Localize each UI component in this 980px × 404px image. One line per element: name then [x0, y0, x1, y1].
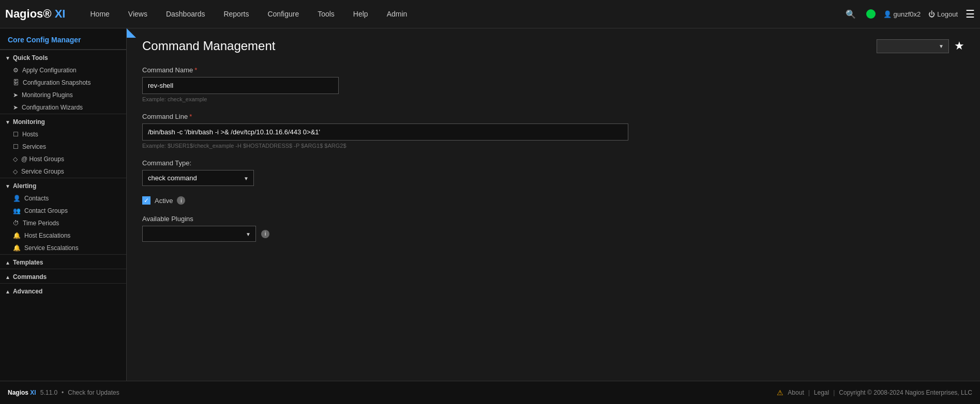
- section-arrow: ▲: [5, 260, 10, 266]
- logout-button[interactable]: ⏻ Logout: [928, 10, 958, 18]
- service-esc-icon: 🔔: [13, 244, 21, 252]
- nav-right: 🔍 👤 gunzf0x2 ⏻ Logout ☰: [843, 7, 975, 22]
- sidebar-item-label: Host Escalations: [24, 232, 70, 239]
- section-monitoring[interactable]: ▼ Monitoring: [0, 114, 126, 128]
- footer-brand: Nagios XI: [8, 389, 36, 396]
- section-label: Monitoring: [13, 118, 45, 126]
- command-type-select[interactable]: check command event handler obsessive co…: [142, 170, 254, 186]
- available-plugins-group: Available Plugins i: [142, 215, 964, 242]
- hamburger-menu[interactable]: ☰: [966, 8, 975, 20]
- nav-tools[interactable]: Tools: [308, 0, 344, 28]
- service-groups-icon: ◇: [13, 168, 18, 175]
- command-line-label: Command Line*: [142, 113, 964, 120]
- check-updates-link[interactable]: Check for Updates: [68, 389, 119, 396]
- sidebar-item-label: Service Escalations: [24, 244, 79, 252]
- legal-link[interactable]: Legal: [814, 389, 829, 396]
- command-name-input[interactable]: [142, 77, 339, 94]
- footer-version: 5.11.0: [40, 389, 57, 396]
- active-info-icon[interactable]: i: [177, 196, 185, 205]
- active-checkbox[interactable]: ✓: [142, 196, 150, 205]
- command-line-group: Command Line* Example: $USER1$/check_exa…: [142, 113, 964, 149]
- top-navigation: Nagios® XI Home Views Dashboards Reports…: [0, 0, 980, 28]
- brand-xi: XI: [55, 7, 66, 20]
- sidebar-item-label: @ Host Groups: [21, 156, 64, 163]
- sidebar-item-time-periods[interactable]: ⏱ Time Periods: [0, 217, 126, 229]
- nav-dashboards[interactable]: Dashboards: [157, 0, 215, 28]
- wizard-icon: ➤: [13, 104, 18, 111]
- section-label: Templates: [13, 259, 43, 266]
- command-type-select-wrapper: check command event handler obsessive co…: [142, 170, 254, 186]
- header-select-wrapper: [877, 39, 949, 53]
- nav-home[interactable]: Home: [81, 0, 118, 28]
- brand-logo: Nagios® XI: [5, 7, 65, 21]
- host-groups-icon: ◇: [13, 156, 18, 163]
- warning-icon: ⚠: [777, 389, 783, 397]
- arrow-icon: ➤: [13, 91, 18, 99]
- sidebar-item-service-escalations[interactable]: 🔔 Service Escalations: [0, 242, 126, 254]
- hosts-icon: ☐: [13, 131, 19, 138]
- section-quick-tools[interactable]: ▼ Quick Tools: [0, 50, 126, 64]
- sidebar-item-host-escalations[interactable]: 🔔 Host Escalations: [0, 229, 126, 242]
- user-link[interactable]: 👤 gunzf0x2: [883, 10, 921, 18]
- nav-admin[interactable]: Admin: [378, 0, 417, 28]
- snapshot-icon: 🗄: [13, 79, 19, 86]
- section-commands[interactable]: ▲ Commands: [0, 269, 126, 283]
- sidebar-item-config-snapshots[interactable]: 🗄 Configuration Snapshots: [0, 76, 126, 89]
- command-type-group: Command Type: check command event handle…: [142, 159, 964, 186]
- required-indicator: *: [189, 113, 192, 120]
- sidebar-item-label: Time Periods: [23, 220, 59, 227]
- services-icon: ☐: [13, 143, 19, 150]
- page-header: Command Management ★: [142, 39, 964, 53]
- sidebar-item-service-groups[interactable]: ◇ Service Groups: [0, 165, 126, 178]
- command-name-group: Command Name* Example: check_example: [142, 66, 964, 102]
- section-arrow: ▲: [5, 289, 10, 294]
- plugins-info-icon[interactable]: i: [261, 230, 269, 238]
- active-label: Active: [155, 197, 173, 205]
- nav-views[interactable]: Views: [119, 0, 157, 28]
- command-type-label: Command Type:: [142, 159, 964, 167]
- required-indicator: *: [194, 66, 197, 74]
- footer-sep2: |: [833, 389, 835, 396]
- footer-dot: •: [62, 389, 64, 396]
- sidebar-item-apply-config[interactable]: ⚙ Apply Configuration: [0, 64, 126, 76]
- main-layout: Core Config Manager ▼ Quick Tools ⚙ Appl…: [0, 28, 980, 381]
- sidebar-item-label: Monitoring Plugins: [22, 91, 73, 99]
- favorite-button[interactable]: ★: [954, 39, 964, 53]
- search-button[interactable]: 🔍: [843, 7, 858, 22]
- nav-help[interactable]: Help: [344, 0, 378, 28]
- content-area: Command Management ★ Command Name* Examp…: [127, 28, 980, 381]
- sidebar-item-label: Service Groups: [21, 168, 64, 175]
- section-label: Advanced: [13, 288, 42, 295]
- sidebar-item-contacts[interactable]: 👤 Contacts: [0, 192, 126, 205]
- plugins-row: i: [142, 226, 964, 242]
- about-link[interactable]: About: [788, 389, 804, 396]
- sidebar-item-hosts[interactable]: ☐ Hosts: [0, 128, 126, 141]
- sidebar-item-monitoring-plugins[interactable]: ➤ Monitoring Plugins: [0, 89, 126, 101]
- corner-triangle: [127, 28, 136, 38]
- nav-configure[interactable]: Configure: [258, 0, 308, 28]
- sidebar-item-host-groups[interactable]: ◇ @ Host Groups: [0, 153, 126, 165]
- sidebar-title: Core Config Manager: [0, 28, 126, 50]
- command-name-label: Command Name*: [142, 66, 964, 74]
- command-line-input[interactable]: [142, 123, 628, 141]
- nav-reports[interactable]: Reports: [214, 0, 258, 28]
- section-label: Alerting: [13, 182, 36, 190]
- section-alerting[interactable]: ▼ Alerting: [0, 178, 126, 192]
- section-advanced[interactable]: ▲ Advanced: [0, 283, 126, 298]
- sidebar-item-config-wizards[interactable]: ➤ Configuration Wizards: [0, 101, 126, 114]
- escalation-icon: 🔔: [13, 232, 21, 239]
- status-indicator: [866, 9, 876, 19]
- available-plugins-select[interactable]: [142, 226, 256, 242]
- plugins-select-wrapper: [142, 226, 256, 242]
- nav-links: Home Views Dashboards Reports Configure …: [81, 0, 842, 28]
- sidebar-item-label: Services: [22, 143, 46, 150]
- command-line-hint: Example: $USER1$/check_example -H $HOSTA…: [142, 143, 964, 149]
- active-checkbox-row: ✓ Active i: [142, 196, 964, 205]
- section-templates[interactable]: ▲ Templates: [0, 254, 126, 269]
- header-select[interactable]: [877, 39, 949, 53]
- sidebar: Core Config Manager ▼ Quick Tools ⚙ Appl…: [0, 28, 127, 381]
- sidebar-item-services[interactable]: ☐ Services: [0, 141, 126, 153]
- header-right: ★: [877, 39, 964, 53]
- sidebar-item-contact-groups[interactable]: 👥 Contact Groups: [0, 205, 126, 217]
- checkmark-icon: ✓: [144, 197, 149, 204]
